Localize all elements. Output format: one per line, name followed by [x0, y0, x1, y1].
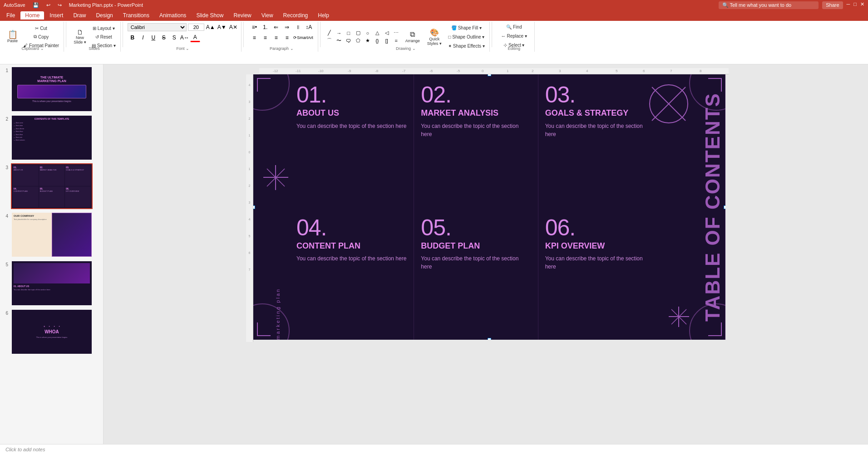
handle-bottom[interactable]: [488, 338, 491, 340]
align-right-button[interactable]: ≡: [271, 33, 281, 42]
notes-placeholder[interactable]: Click to add notes: [5, 447, 45, 452]
font-name-select[interactable]: Calibri: [128, 23, 187, 31]
shape-line[interactable]: ╱: [325, 29, 334, 37]
shape-triangle[interactable]: △: [373, 29, 382, 37]
strikethrough-button[interactable]: S: [159, 33, 169, 42]
slide-2-text: — Item one— Item two— Item three— Item f…: [14, 122, 90, 142]
slide-thumb-2[interactable]: 2 CONTENTS OF THIS TEMPLATE — Item one— …: [2, 115, 101, 161]
shadow-button[interactable]: S: [169, 33, 179, 42]
editor-area[interactable]: -12 -11 -10 -9 -8 -7 -6 -5 0 1 2 3 4 5 6…: [104, 64, 868, 444]
menu-animations[interactable]: Animations: [155, 11, 191, 20]
item-desc-3: You can describe the topic of the sectio…: [545, 122, 655, 138]
columns-button[interactable]: ⫴: [293, 23, 303, 32]
redo-icon[interactable]: ↪: [58, 2, 62, 8]
new-slide-button[interactable]: 🗋 New Slide ▾: [71, 24, 89, 49]
shape-rect[interactable]: □: [344, 29, 353, 37]
numbering-button[interactable]: 1.: [260, 23, 270, 32]
slide-img-3[interactable]: 01.ABOUT US 02.MARKET ANALYSIS 03.GOALS …: [11, 163, 93, 209]
shapes-row2: ⌒ 〜 🗨 ⬠ ★ {} [] =: [325, 37, 401, 44]
slide-thumb-4[interactable]: 4 OUR COMPANY Text placeholder for compa…: [2, 212, 101, 258]
ruler-row: -12 -11 -10 -9 -8 -7 -6 -5 0 1 2 3 4 5 6…: [243, 68, 729, 74]
clear-format-button[interactable]: A✕: [228, 23, 238, 32]
replace-button[interactable]: ↔Replace ▾: [499, 32, 528, 40]
menu-review[interactable]: Review: [229, 11, 256, 20]
text-direction-button[interactable]: ↕A: [304, 23, 314, 32]
notes-bar[interactable]: Click to add notes: [0, 444, 868, 454]
slide-img-1[interactable]: THE ULTIMATEMARKETING PLAN This is where…: [11, 66, 93, 112]
font-decrease-button[interactable]: A▼: [217, 23, 227, 32]
menu-view[interactable]: View: [257, 11, 278, 20]
share-button[interactable]: Share: [822, 1, 843, 9]
minimize-icon[interactable]: ─: [847, 1, 850, 9]
save-icon[interactable]: 💾: [33, 2, 39, 8]
increase-indent-button[interactable]: ⇒: [282, 23, 292, 32]
menu-draw[interactable]: Draw: [69, 11, 90, 20]
quick-styles-button[interactable]: 🎨 Quick Styles ▾: [424, 24, 444, 49]
maximize-icon[interactable]: □: [853, 1, 857, 9]
font-color-button[interactable]: A: [190, 33, 200, 42]
underline-button[interactable]: U: [148, 33, 158, 42]
menu-insert[interactable]: Insert: [45, 11, 68, 20]
shape-bracket[interactable]: []: [382, 37, 391, 44]
search-bar[interactable]: 🔍 Tell me what you want to do: [719, 1, 819, 9]
shape-star[interactable]: ★: [363, 37, 372, 44]
copy-button[interactable]: ⧉Copy: [21, 33, 61, 41]
handle-right[interactable]: [724, 205, 725, 209]
shape-freeform[interactable]: 〜: [335, 37, 344, 44]
slide-panel[interactable]: 1 THE ULTIMATEMARKETING PLAN This is whe…: [0, 64, 104, 444]
bold-button[interactable]: B: [128, 33, 138, 42]
shape-rtriangle[interactable]: ◁: [382, 29, 391, 37]
menu-slideshow[interactable]: Slide Show: [192, 11, 228, 20]
slide-main[interactable]: TABLE OF CONTENTS Marketing plan 01. ABO…: [253, 74, 725, 340]
paste-button[interactable]: 📋 Paste: [5, 24, 20, 49]
menu-help[interactable]: Help: [313, 11, 334, 20]
align-left-button[interactable]: ≡: [249, 33, 259, 42]
handle-top[interactable]: [488, 74, 491, 76]
slide-thumb-3[interactable]: 3 01.ABOUT US 02.MARKET ANALYSIS 03.GOAL…: [2, 163, 101, 209]
find-button[interactable]: 🔍Find: [499, 23, 528, 31]
shape-callout[interactable]: 🗨: [344, 37, 353, 44]
char-spacing-button[interactable]: A↔: [180, 33, 190, 42]
slide-5-title: 01. ABOUT US: [14, 285, 90, 288]
slide-img-4[interactable]: OUR COMPANY Text placeholder for company…: [11, 212, 93, 258]
menu-design[interactable]: Design: [91, 11, 117, 20]
slide-img-5[interactable]: 01. ABOUT US You can describe the topic …: [11, 260, 93, 306]
item-desc-2: You can describe the topic of the sectio…: [421, 122, 531, 138]
shape-oval[interactable]: ○: [363, 29, 372, 37]
menu-file[interactable]: File: [2, 11, 20, 20]
grid-item-4: 04. CONTENT PLAN You can describe the to…: [290, 207, 414, 340]
italic-button[interactable]: I: [138, 33, 148, 42]
slide-img-6[interactable]: ⊗✦✦✦ WHOA This is where your presentatio…: [11, 309, 93, 355]
align-justify-button[interactable]: ≡: [282, 33, 292, 42]
shape-more[interactable]: ⋯: [392, 29, 401, 37]
menu-transitions[interactable]: Transitions: [118, 11, 154, 20]
slide-thumb-5[interactable]: 5 01. ABOUT US You can describe the topi…: [2, 260, 101, 306]
decrease-indent-button[interactable]: ⇐: [271, 23, 281, 32]
shape-curve[interactable]: ⌒: [325, 37, 334, 44]
shape-pentagon[interactable]: ⬠: [354, 37, 363, 44]
bullets-button[interactable]: ≡•: [249, 23, 259, 32]
slide-thumb-1[interactable]: 1 THE ULTIMATEMARKETING PLAN This is whe…: [2, 66, 101, 112]
shape-outline-button[interactable]: □Shape Outline ▾: [446, 33, 487, 41]
shape-brace[interactable]: {}: [373, 37, 382, 44]
shape-fill-button[interactable]: 🪣Shape Fill ▾: [446, 24, 487, 32]
font-size-input[interactable]: [188, 24, 204, 31]
shape-rounded-rect[interactable]: ▢: [354, 29, 363, 37]
reset-button[interactable]: ↺Reset: [90, 33, 118, 41]
menu-recording[interactable]: Recording: [279, 11, 313, 20]
slide-thumb-6[interactable]: 6 ⊗✦✦✦ WHOA This is where your presentat…: [2, 309, 101, 355]
layout-button[interactable]: ⊞Layout ▾: [90, 24, 118, 32]
smartart-button[interactable]: ⟳SmartArt: [293, 33, 314, 42]
close-icon[interactable]: ✕: [860, 1, 864, 9]
align-center-button[interactable]: ≡: [260, 33, 270, 42]
font-increase-button[interactable]: A▲: [206, 23, 216, 32]
slide-img-2[interactable]: CONTENTS OF THIS TEMPLATE — Item one— It…: [11, 115, 93, 161]
cut-button[interactable]: ✂Cut: [21, 24, 61, 32]
shape-arrow-line[interactable]: →: [335, 29, 344, 37]
undo-icon[interactable]: ↩: [46, 2, 50, 8]
arrange-button[interactable]: ⧉ Arrange: [403, 24, 423, 49]
menu-home[interactable]: Home: [20, 11, 44, 20]
titlebar-left: AutoSave 💾 ↩ ↪ Marketing Plan.pptx - Pow…: [4, 2, 143, 8]
handle-left[interactable]: [253, 205, 255, 209]
shape-eq[interactable]: =: [392, 37, 401, 44]
